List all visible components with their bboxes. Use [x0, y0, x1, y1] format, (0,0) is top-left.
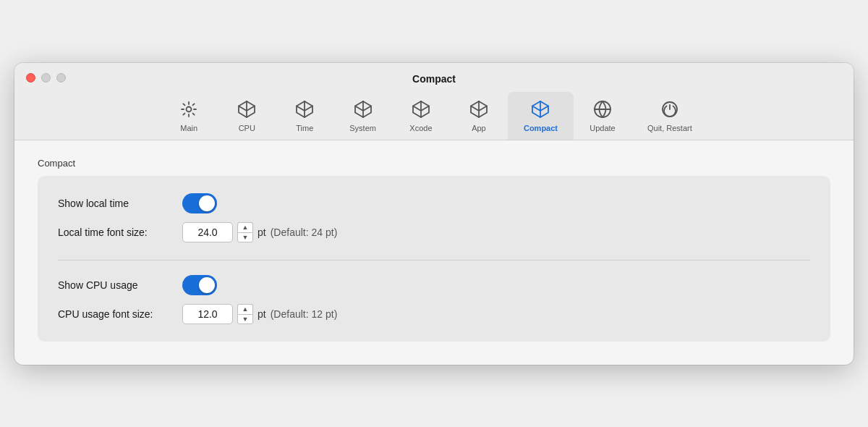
- toolbar-item-cpu[interactable]: CPU: [218, 92, 276, 140]
- close-button[interactable]: [26, 73, 35, 83]
- show-cpu-usage-label: Show CPU usage: [58, 279, 174, 291]
- cube-icon-compact: [529, 98, 552, 121]
- cpu-usage-stepper-buttons: ▲ ▼: [237, 304, 253, 324]
- cpu-usage-increment-button[interactable]: ▲: [237, 304, 253, 314]
- power-icon: [658, 98, 681, 121]
- toolbar-item-app[interactable]: App: [450, 92, 508, 140]
- toolbar: Main CPU: [160, 92, 708, 140]
- toolbar-label-compact: Compact: [524, 124, 558, 132]
- maximize-button[interactable]: [56, 73, 66, 83]
- toolbar-item-xcode[interactable]: Xcode: [392, 92, 450, 140]
- local-time-font-size-input[interactable]: [182, 222, 233, 242]
- cube-icon-cpu: [235, 98, 258, 121]
- local-time-font-size-row: Local time font size: ▲ ▼ pt (Default: 2…: [58, 222, 810, 242]
- local-time-font-size-unit: pt: [258, 227, 266, 238]
- cube-icon-app: [467, 98, 490, 121]
- toolbar-item-main[interactable]: Main: [160, 92, 218, 140]
- show-local-time-toggle[interactable]: [182, 193, 217, 214]
- section-title: Compact: [38, 158, 830, 169]
- cpu-usage-font-size-default: (Default: 12 pt): [271, 308, 338, 320]
- cpu-usage-font-size-label: CPU usage font size:: [58, 308, 174, 320]
- cube-icon-xcode: [409, 98, 433, 121]
- cpu-usage-decrement-button[interactable]: ▼: [237, 314, 253, 324]
- toolbar-item-time[interactable]: Time: [276, 92, 333, 140]
- local-time-increment-button[interactable]: ▲: [237, 222, 253, 232]
- cube-icon-time: [293, 98, 316, 121]
- toolbar-label-time: Time: [296, 124, 313, 132]
- cpu-usage-font-size-stepper: ▲ ▼ pt (Default: 12 pt): [182, 304, 337, 324]
- local-time-group: Show local time Local time font size: ▲ …: [58, 193, 810, 242]
- svg-point-0: [187, 106, 192, 111]
- toolbar-label-update: Update: [590, 124, 615, 132]
- local-time-stepper-buttons: ▲ ▼: [237, 222, 253, 242]
- toolbar-item-compact[interactable]: Compact: [508, 92, 574, 140]
- toolbar-label-quit-restart: Quit, Restart: [647, 124, 692, 132]
- show-cpu-usage-row: Show CPU usage: [58, 275, 810, 295]
- toolbar-label-xcode: Xcode: [409, 124, 432, 132]
- toolbar-label-cpu: CPU: [239, 124, 255, 132]
- toolbar-item-quit-restart[interactable]: Quit, Restart: [631, 92, 708, 140]
- local-time-font-size-default: (Default: 24 pt): [271, 227, 338, 238]
- globe-icon: [591, 98, 614, 121]
- show-local-time-label: Show local time: [58, 198, 174, 209]
- toolbar-item-system[interactable]: System: [333, 92, 392, 140]
- toolbar-label-main: Main: [180, 124, 197, 132]
- traffic-lights: [26, 73, 66, 83]
- local-time-font-size-label: Local time font size:: [58, 227, 174, 238]
- content-area: Compact Show local time Local time font …: [14, 140, 854, 365]
- cpu-usage-group: Show CPU usage CPU usage font size: ▲ ▼: [58, 275, 810, 324]
- minimize-button[interactable]: [41, 73, 51, 83]
- cube-icon-system: [352, 98, 375, 121]
- cpu-usage-font-size-row: CPU usage font size: ▲ ▼ pt (Default: 12…: [58, 304, 810, 324]
- settings-divider: [58, 260, 810, 261]
- main-window: Compact Main: [14, 63, 854, 365]
- toolbar-label-system: System: [349, 124, 376, 132]
- show-local-time-row: Show local time: [58, 193, 810, 214]
- window-title: Compact: [412, 73, 456, 85]
- toolbar-label-app: App: [472, 124, 486, 132]
- show-cpu-usage-toggle[interactable]: [182, 275, 217, 295]
- cpu-usage-font-size-input[interactable]: [182, 304, 233, 324]
- local-time-font-size-stepper: ▲ ▼ pt (Default: 24 pt): [182, 222, 337, 242]
- local-time-decrement-button[interactable]: ▼: [237, 232, 253, 242]
- titlebar: Compact Main: [14, 63, 854, 140]
- gear-icon: [177, 98, 200, 121]
- cpu-usage-font-size-unit: pt: [258, 308, 266, 320]
- toolbar-item-update[interactable]: Update: [574, 92, 631, 140]
- settings-card: Show local time Local time font size: ▲ …: [38, 176, 830, 342]
